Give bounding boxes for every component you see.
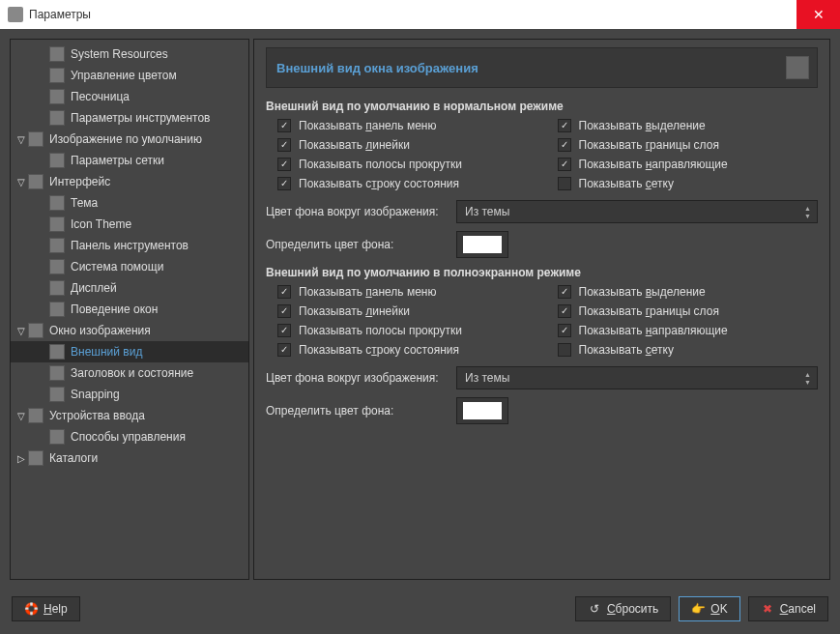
checkbox-box-icon: ✓ (277, 285, 291, 299)
tree-item[interactable]: Параметры инструментов (11, 107, 248, 129)
checkbox-status[interactable]: ✓Показывать строку состояния (277, 177, 538, 190)
help-button[interactable]: 🛟 Help (12, 596, 80, 621)
checkbox-grid[interactable]: Показывать сетку (558, 343, 819, 357)
tree-item[interactable]: ▽Интерфейс (11, 171, 248, 192)
checkbox-label: Показывать полосы прокрутки (299, 158, 462, 171)
checkbox-grid[interactable]: Показывать сетку (558, 177, 819, 190)
tree-item-label: Устройства ввода (49, 409, 145, 422)
content-panel: Внешний вид окна изображения Внешний вид… (253, 39, 830, 580)
checkbox-label: Показывать линейки (299, 304, 410, 318)
workarea: System ResourcesУправление цветомПесочни… (0, 29, 840, 590)
tree-item[interactable]: ▽Изображение по умолчанию (11, 129, 248, 150)
expander-icon[interactable]: ▽ (14, 134, 28, 145)
bg-around-combo-normal[interactable]: Из темы ▲▼ (456, 200, 818, 223)
close-button[interactable]: ✕ (797, 0, 840, 29)
tree-item[interactable]: Способы управления (11, 426, 248, 447)
tree-item[interactable]: Внешний вид (11, 341, 248, 362)
checkbox-box-icon: ✓ (277, 177, 291, 190)
bg-around-label: Цвет фона вокруг изображения: (266, 205, 445, 218)
ok-button[interactable]: 👉 OK (679, 596, 739, 621)
checkbox-rulers[interactable]: ✓Показывать линейки (277, 138, 538, 152)
tree-item[interactable]: Тема (11, 192, 248, 214)
checkbox-layer[interactable]: ✓Показывать границы слоя (558, 304, 819, 318)
bg-color-swatch-full[interactable] (456, 397, 508, 424)
checkbox-box-icon: ✓ (277, 158, 291, 171)
checkbox-box-icon: ✓ (277, 343, 291, 357)
bg-around-label: Цвет фона вокруг изображения: (266, 371, 445, 385)
bg-color-inner (463, 236, 502, 253)
tree-node-icon (49, 280, 65, 296)
tree-item[interactable]: Параметры сетки (11, 150, 248, 171)
tree-item[interactable]: Заголовок и состояние (11, 362, 248, 384)
bg-around-value: Из темы (465, 371, 509, 385)
tree-item[interactable]: Icon Theme (11, 214, 248, 235)
checkbox-label: Показывать строку состояния (299, 177, 459, 190)
tree-item[interactable]: Дисплей (11, 277, 248, 299)
checkbox-label: Показывать границы слоя (579, 304, 719, 318)
tree-item[interactable]: ▽Окно изображения (11, 320, 248, 341)
checkbox-status[interactable]: ✓Показывать строку состояния (277, 343, 538, 357)
checkbox-box-icon: ✓ (558, 138, 571, 152)
tree-node-icon (49, 216, 65, 232)
tree-item-label: Каталоги (49, 451, 98, 465)
tree-node-icon (49, 153, 65, 168)
tree-item[interactable]: Песочница (11, 86, 248, 107)
checkbox-label: Показывать панель меню (299, 119, 436, 132)
reset-label: Сбросить (607, 602, 658, 616)
nav-tree[interactable]: System ResourcesУправление цветомПесочни… (10, 39, 249, 580)
checkbox-scroll[interactable]: ✓Показывать полосы прокрутки (277, 158, 538, 171)
combo-caret-icon: ▲▼ (804, 371, 811, 386)
checkbox-grid-normal: ✓Показывать панель меню✓Показывать выдел… (266, 119, 818, 190)
tree-item-label: Параметры сетки (71, 154, 164, 167)
checkbox-layer[interactable]: ✓Показывать границы слоя (558, 138, 819, 152)
reset-button[interactable]: ↺ Сбросить (575, 596, 671, 621)
tree-item-label: System Resources (71, 47, 168, 61)
expander-icon[interactable]: ▷ (14, 453, 28, 464)
expander-icon[interactable]: ▽ (14, 326, 28, 336)
bg-around-value: Из темы (465, 205, 509, 218)
checkbox-label: Показывать строку состояния (299, 343, 459, 357)
tree-item-label: Дисплей (71, 281, 117, 295)
checkbox-guides[interactable]: ✓Показывать направляющие (558, 324, 819, 337)
tree-item[interactable]: Панель инструментов (11, 235, 248, 256)
tree-node-icon (49, 238, 65, 253)
checkbox-label: Показывать выделение (579, 119, 706, 132)
tree-item[interactable]: Snapping (11, 384, 248, 405)
checkbox-label: Показывать панель меню (299, 285, 436, 299)
checkbox-box-icon: ✓ (277, 119, 291, 132)
tree-item[interactable]: Система помощи (11, 256, 248, 277)
checkbox-selection[interactable]: ✓Показывать выделение (558, 285, 819, 299)
bg-color-swatch-normal[interactable] (456, 231, 508, 258)
tree-item-label: Интерфейс (49, 175, 110, 188)
cancel-button[interactable]: ✖ Cancel (748, 596, 828, 621)
tree-item[interactable]: ▽Устройства ввода (11, 405, 248, 426)
tree-node-icon (49, 110, 65, 126)
bg-around-combo-full[interactable]: Из темы ▲▼ (456, 366, 818, 389)
tree-node-icon (28, 450, 43, 466)
checkbox-rulers[interactable]: ✓Показывать линейки (277, 304, 538, 318)
app-icon (8, 7, 23, 22)
checkbox-box-icon: ✓ (558, 158, 571, 171)
tree-item[interactable]: System Resources (11, 43, 248, 65)
bg-around-row-normal: Цвет фона вокруг изображения: Из темы ▲▼ (266, 200, 818, 223)
tree-item[interactable]: Поведение окон (11, 299, 248, 320)
checkbox-selection[interactable]: ✓Показывать выделение (558, 119, 819, 132)
checkbox-menu[interactable]: ✓Показывать панель меню (277, 119, 538, 132)
tree-node-icon (28, 408, 43, 423)
titlebar: Параметры ✕ (0, 0, 840, 29)
dialog-footer: 🛟 Help ↺ Сбросить 👉 OK ✖ Cancel (0, 590, 840, 634)
tree-item[interactable]: Управление цветом (11, 65, 248, 86)
tree-node-icon (49, 302, 65, 317)
checkbox-guides[interactable]: ✓Показывать направляющие (558, 158, 819, 171)
expander-icon[interactable]: ▽ (14, 411, 28, 421)
checkbox-scroll[interactable]: ✓Показывать полосы прокрутки (277, 324, 538, 337)
checkbox-menu[interactable]: ✓Показывать панель меню (277, 285, 538, 299)
checkbox-box-icon (558, 177, 571, 190)
tree-item[interactable]: ▷Каталоги (11, 447, 248, 469)
checkbox-box-icon (558, 343, 571, 357)
window-title: Параметры (29, 8, 91, 21)
section-heading-full: Внешний вид по умолчанию в полноэкранном… (266, 266, 818, 279)
checkbox-box-icon: ✓ (558, 304, 571, 318)
expander-icon[interactable]: ▽ (14, 177, 28, 187)
tree-item-label: Окно изображения (49, 324, 151, 337)
